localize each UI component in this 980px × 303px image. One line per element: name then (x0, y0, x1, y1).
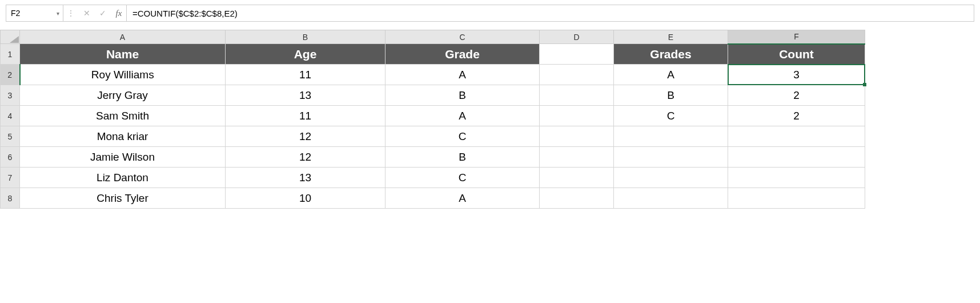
cell-D1[interactable] (540, 44, 614, 65)
cell-E6[interactable] (614, 147, 728, 168)
cell-D6[interactable] (540, 147, 614, 168)
cell-C3[interactable]: B (385, 85, 540, 106)
cell-A1[interactable]: Name (20, 44, 226, 65)
table-row: 5Mona kriar12C (1, 126, 865, 147)
cell-C8[interactable]: A (385, 188, 540, 209)
table-row: 1NameAgeGradeGradesCount (1, 44, 865, 65)
cell-A8[interactable]: Chris Tyler (20, 188, 226, 209)
col-head-C[interactable]: C (385, 30, 540, 44)
cell-B3[interactable]: 13 (226, 85, 385, 106)
table-row: 6Jamie Wilson12B (1, 147, 865, 168)
fx-icon[interactable]: fx (114, 9, 124, 18)
cancel-icon[interactable]: ✕ (82, 9, 92, 18)
cell-F2[interactable]: 3 (728, 65, 865, 85)
col-head-E[interactable]: E (614, 30, 728, 44)
cell-F1[interactable]: Count (728, 44, 865, 65)
cell-F4[interactable]: 2 (728, 106, 865, 126)
cell-A3[interactable]: Jerry Gray (20, 85, 226, 106)
formula-bar-buttons: ⋮ ✕ ✓ fx (63, 5, 127, 21)
row-head-7[interactable]: 7 (1, 168, 20, 188)
cell-A4[interactable]: Sam Smith (20, 106, 226, 126)
cell-D8[interactable] (540, 188, 614, 209)
col-head-B[interactable]: B (226, 30, 385, 44)
cell-B6[interactable]: 12 (226, 147, 385, 168)
row-head-2[interactable]: 2 (1, 65, 20, 85)
cell-B2[interactable]: 11 (226, 65, 385, 85)
cell-C5[interactable]: C (385, 126, 540, 147)
spreadsheet-grid[interactable]: A B C D E F 1NameAgeGradeGradesCount2Roy… (0, 30, 865, 209)
cell-E1[interactable]: Grades (614, 44, 728, 65)
row-head-3[interactable]: 3 (1, 85, 20, 106)
cell-C4[interactable]: A (385, 106, 540, 126)
table-row: 2Roy Williams11AA3 (1, 65, 865, 85)
row-head-1[interactable]: 1 (1, 44, 20, 65)
cell-F3[interactable]: 2 (728, 85, 865, 106)
cell-A7[interactable]: Liz Danton (20, 168, 226, 188)
cell-C7[interactable]: C (385, 168, 540, 188)
table-row: 3Jerry Gray13BB2 (1, 85, 865, 106)
cell-F6[interactable] (728, 147, 865, 168)
table-row: 7Liz Danton13C (1, 168, 865, 188)
separator-icon: ⋮ (66, 9, 76, 18)
row-head-8[interactable]: 8 (1, 188, 20, 209)
cell-C1[interactable]: Grade (385, 44, 540, 65)
col-head-A[interactable]: A (20, 30, 226, 44)
dropdown-icon[interactable]: ▾ (57, 10, 59, 17)
cell-E2[interactable]: A (614, 65, 728, 85)
cell-B1[interactable]: Age (226, 44, 385, 65)
cell-F5[interactable] (728, 126, 865, 147)
row-head-5[interactable]: 5 (1, 126, 20, 147)
cell-E5[interactable] (614, 126, 728, 147)
cell-A6[interactable]: Jamie Wilson (20, 147, 226, 168)
cell-A5[interactable]: Mona kriar (20, 126, 226, 147)
cell-B8[interactable]: 10 (226, 188, 385, 209)
cell-D4[interactable] (540, 106, 614, 126)
column-header-row: A B C D E F (1, 30, 865, 44)
cell-D3[interactable] (540, 85, 614, 106)
row-head-6[interactable]: 6 (1, 147, 20, 168)
cell-B4[interactable]: 11 (226, 106, 385, 126)
cell-C2[interactable]: A (385, 65, 540, 85)
cell-D5[interactable] (540, 126, 614, 147)
cell-E4[interactable]: C (614, 106, 728, 126)
cell-E8[interactable] (614, 188, 728, 209)
select-all-corner[interactable] (1, 30, 20, 44)
table-row: 4Sam Smith11AC2 (1, 106, 865, 126)
name-box[interactable]: F2 ▾ (6, 5, 63, 21)
cell-D7[interactable] (540, 168, 614, 188)
enter-icon[interactable]: ✓ (98, 9, 108, 18)
cell-B7[interactable]: 13 (226, 168, 385, 188)
cell-F7[interactable] (728, 168, 865, 188)
row-head-4[interactable]: 4 (1, 106, 20, 126)
cell-B5[interactable]: 12 (226, 126, 385, 147)
name-box-value: F2 (11, 9, 20, 18)
formula-bar: F2 ▾ ⋮ ✕ ✓ fx =COUNTIF($C$2:$C$8,E2) (6, 5, 974, 22)
table-row: 8Chris Tyler10A (1, 188, 865, 209)
cell-A2[interactable]: Roy Williams (20, 65, 226, 85)
cell-C6[interactable]: B (385, 147, 540, 168)
col-head-D[interactable]: D (540, 30, 614, 44)
cell-E7[interactable] (614, 168, 728, 188)
cell-D2[interactable] (540, 65, 614, 85)
cell-F8[interactable] (728, 188, 865, 209)
cell-E3[interactable]: B (614, 85, 728, 106)
col-head-F[interactable]: F (728, 30, 865, 44)
formula-input[interactable]: =COUNTIF($C$2:$C$8,E2) (127, 5, 974, 21)
